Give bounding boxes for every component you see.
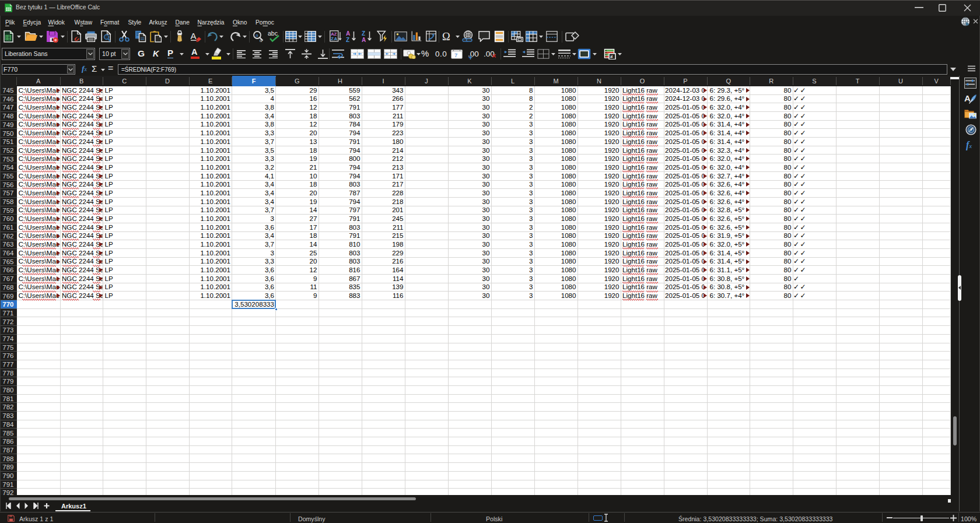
svg-text:A: A bbox=[964, 93, 971, 103]
svg-text:7: 7 bbox=[454, 52, 457, 58]
svg-text:≠: ≠ bbox=[610, 54, 613, 59]
svg-text:Z: Z bbox=[331, 36, 334, 41]
svg-text:A: A bbox=[191, 31, 197, 41]
svg-text:A: A bbox=[334, 36, 338, 41]
svg-text:A: A bbox=[362, 37, 366, 43]
svg-text:A: A bbox=[346, 30, 350, 37]
svg-text:Z: Z bbox=[334, 31, 337, 37]
svg-text:Z: Z bbox=[346, 37, 349, 43]
svg-text:d: d bbox=[260, 38, 262, 43]
svg-text:a: a bbox=[256, 33, 258, 38]
svg-text:abc: abc bbox=[268, 30, 278, 37]
svg-text:Z: Z bbox=[362, 30, 365, 37]
svg-text:Ω: Ω bbox=[442, 31, 450, 42]
